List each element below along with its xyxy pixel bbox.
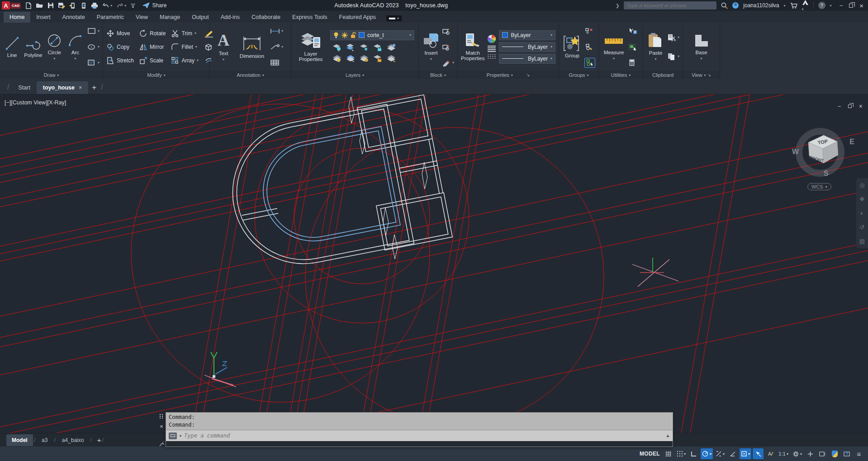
file-tab-start[interactable]: Start [12,81,36,94]
linetype-combo[interactable]: ByLayer▾ [499,54,555,64]
ribbon-tab-featured-apps[interactable]: Featured Apps [333,12,382,23]
command-expand-icon[interactable]: ▲ [666,433,670,438]
osnap-caret-icon[interactable]: ▾ [748,452,750,456]
layer-match-button[interactable] [346,54,356,62]
ribbon-tab-manage[interactable]: Manage [154,12,186,23]
layer-freeze-button[interactable] [359,43,369,52]
help-caret-icon[interactable]: ▾ [830,4,832,8]
ribbon-tab-view[interactable]: View [130,12,154,23]
lineweight-icon[interactable] [487,45,497,52]
model-space-indicator[interactable]: MODEL [640,451,660,457]
ortho-toggle[interactable] [688,448,699,459]
properties-dialog-launcher-icon[interactable]: ↘ [526,73,530,77]
view-dialog-launcher-icon[interactable]: ↘ [708,73,711,77]
hatch-tool[interactable]: ▾ [87,58,100,68]
polar-tracking-toggle[interactable]: ▾ [701,448,713,459]
qat-customize-button[interactable] [130,3,136,8]
scale-caret-icon[interactable]: ▾ [787,452,788,456]
annotation-visibility-toggle[interactable] [753,448,764,459]
measure-caret-icon[interactable]: ▾ [613,56,615,61]
measure-button[interactable]: Measure ▾ [602,33,626,61]
command-recent-caret-icon[interactable]: ▾ [180,434,181,438]
file-tab-close-icon[interactable]: × [79,85,82,91]
line-tool[interactable]: Line [3,36,21,58]
properties-panel-caption[interactable]: Properties▾↘ [458,71,559,79]
layer-make-current-button[interactable] [332,54,342,62]
redo-caret-icon[interactable]: ▾ [124,4,126,8]
workspace-settings-button[interactable]: ▾ [791,448,803,459]
command-input-row[interactable]: ▾ ▲ [166,430,673,441]
hatch-caret-icon[interactable]: ▾ [98,61,100,65]
layer-prev-button[interactable] [359,54,369,62]
cut-clip-button[interactable]: ▾ [667,33,679,42]
layout-tab-a4-baixo[interactable]: a4_baixo [57,434,90,446]
edit-block-button[interactable] [442,42,454,52]
command-customize-icon[interactable] [169,433,177,439]
ribbon-tab-insert[interactable]: Insert [30,12,56,23]
fillet-tool[interactable]: Fillet▾ [171,43,199,51]
arc-caret-icon[interactable]: ▾ [74,56,76,61]
base-caret-icon[interactable]: ▾ [700,56,702,61]
pan-icon[interactable]: ✥ [860,196,865,202]
lineweight-combo[interactable]: ByLayer▾ [499,42,555,52]
layers-panel-caption[interactable]: Layers▾ [291,71,418,79]
table-tool[interactable] [270,58,283,68]
block-attributes-button[interactable]: ▾ [442,58,454,68]
ellipse-caret-icon[interactable]: ▾ [98,45,100,49]
group-selection-toggle[interactable] [584,58,595,68]
file-tab-document[interactable]: toyo_house × [37,81,88,94]
ribbon-tab-collaborate[interactable]: Collaborate [246,12,286,23]
insert-caret-icon[interactable]: ▾ [430,57,432,61]
circle-caret-icon[interactable]: ▾ [53,56,55,61]
view-panel-caption[interactable]: View▾↘ [683,71,720,79]
drawing-restore-button[interactable] [848,104,852,108]
object-snap-toggle[interactable]: ▾ [740,448,751,459]
base-button[interactable]: Base ▾ [690,33,713,61]
autodesk-caret-icon[interactable]: ▾ [802,7,804,11]
help-button[interactable]: ? [818,2,825,9]
copy-clip-button[interactable]: ▾ [667,52,679,61]
viewcube-cube[interactable]: TOP FRONT [802,129,841,168]
layer-order-button[interactable] [386,43,396,52]
save-button[interactable] [47,2,54,9]
move-tool[interactable]: Move [106,29,134,38]
isometric-drafting-toggle[interactable]: ▾ [714,448,726,459]
command-drag-grip[interactable] [160,414,163,419]
stretch-tool[interactable]: Stretch [106,56,134,65]
circle-tool[interactable]: Circle ▾ [46,33,63,61]
block-attr-caret-icon[interactable]: ▾ [452,61,454,65]
layer-properties-button[interactable]: Layer Properties [294,32,327,62]
command-input[interactable] [184,433,663,439]
undo-caret-icon[interactable]: ▾ [110,4,112,8]
select-similar-button[interactable] [628,42,637,52]
customization-menu-button[interactable]: ≡ [854,448,864,459]
restore-button[interactable] [849,4,853,8]
match-properties-button[interactable]: Match Properties [461,33,484,61]
paste-caret-icon[interactable]: ▾ [655,57,656,61]
viewcube-east[interactable]: E [849,138,854,146]
linetype-icon[interactable] [487,54,497,60]
search-input[interactable] [626,3,714,8]
text-caret-icon[interactable]: ▾ [223,57,224,61]
rectangle-caret-icon[interactable]: ▾ [98,29,100,33]
zoom-extents-icon[interactable]: ◐ [860,210,864,216]
workspace-caret-icon[interactable]: ▾ [800,452,802,456]
redo-button[interactable]: ▾ [116,3,126,8]
insert-block-button[interactable]: Insert ▾ [422,33,440,61]
new-layout-button[interactable]: + [97,436,101,444]
modify-panel-caption[interactable]: Modify▾ [103,71,209,79]
layer-combo[interactable]: corte_t ▾ [330,30,414,40]
draw-panel-caption[interactable]: Draw▾ [0,71,103,79]
new-tab-button[interactable]: + [92,83,96,92]
ribbon-minimize-button[interactable]: ▾ [386,15,402,21]
layer-isolate-button[interactable] [346,43,356,52]
showmotion-icon[interactable]: ▤ [859,238,865,245]
drawing-canvas[interactable] [0,94,868,433]
trim-caret-icon[interactable]: ▾ [194,31,196,35]
quick-properties-button[interactable] [817,448,828,459]
cut-caret-icon[interactable]: ▾ [678,35,679,39]
graphics-performance-button[interactable] [841,448,852,459]
layer-unlock-all-button[interactable] [373,54,383,62]
ellipse-tool[interactable]: ▾ [87,42,100,52]
groups-panel-caption[interactable]: Groups▾ [559,71,598,79]
